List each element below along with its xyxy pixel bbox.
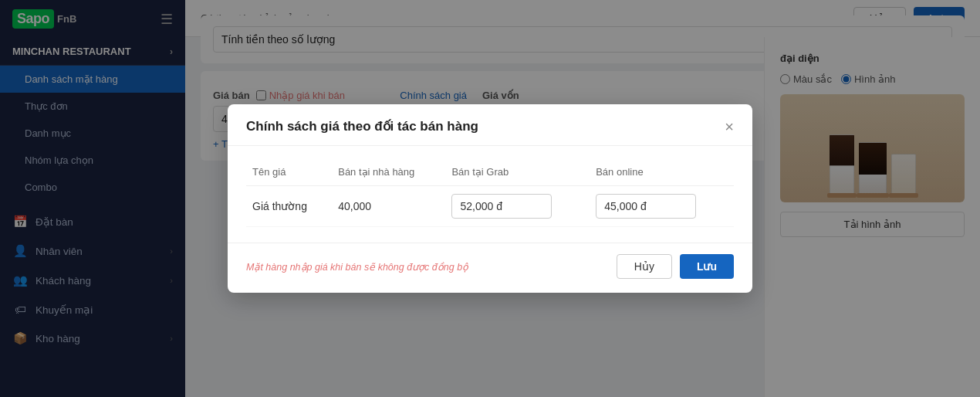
modal-footer: Mặt hàng nhập giá khi bán sẽ không được … [228, 243, 752, 293]
modal-cancel-button[interactable]: Hủy [617, 254, 672, 279]
modal-save-button[interactable]: Lưu [680, 254, 734, 279]
modal: Chính sách giá theo đối tác bán hàng × T… [228, 104, 752, 293]
col-ban-online: Bán online [590, 161, 734, 186]
col-ban-tai-nha-hang: Bán tại nhà hàng [332, 161, 445, 186]
modal-notice: Mặt hàng nhập giá khi bán sẽ không được … [246, 261, 468, 273]
table-row: Giá thường 40,000 [246, 186, 734, 227]
notice-highlight: nhập giá khi bán [290, 262, 362, 273]
price-name: Giá thường [246, 186, 332, 227]
price-table: Tên giá Bán tại nhà hàng Bán tại Grab Bá… [246, 161, 734, 227]
col-ten-gia: Tên giá [246, 161, 332, 186]
notice-prefix: Mặt hàng [246, 262, 290, 273]
modal-body: Tên giá Bán tại nhà hàng Bán tại Grab Bá… [228, 146, 752, 243]
main-area: Có thao tác chỉnh sửa chưa lưu Hủy Lưu T… [185, 0, 980, 397]
grab-price-cell [445, 186, 590, 227]
modal-footer-actions: Hủy Lưu [617, 254, 734, 279]
col-ban-tai-grab: Bán tại Grab [445, 161, 590, 186]
modal-title: Chính sách giá theo đối tác bán hàng [246, 118, 478, 134]
grab-price-input[interactable] [451, 194, 552, 219]
modal-header: Chính sách giá theo đối tác bán hàng × [228, 104, 752, 146]
online-price-input[interactable] [596, 194, 696, 219]
notice-suffix: sẽ không được đồng bộ [361, 262, 468, 273]
modal-close-button[interactable]: × [725, 119, 734, 134]
online-price-cell [590, 186, 734, 227]
nha-hang-price: 40,000 [332, 186, 445, 227]
modal-overlay: Chính sách giá theo đối tác bán hàng × T… [185, 0, 980, 397]
